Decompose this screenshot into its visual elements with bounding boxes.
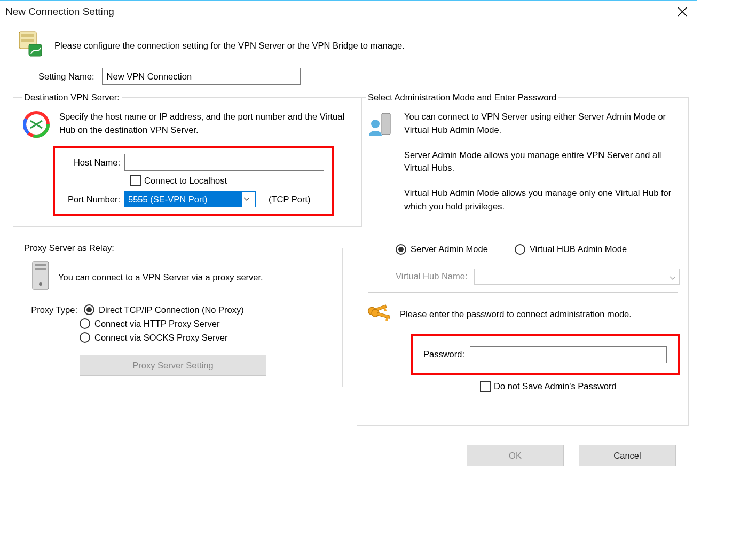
host-name-input[interactable] — [124, 154, 324, 171]
server-box-icon — [15, 29, 45, 61]
proxy-desc: You can connect to a VPN Server via a pr… — [58, 271, 263, 284]
destination-legend: Destination VPN Server: — [22, 92, 122, 103]
admin-legend: Select Administration Mode and Enter Pas… — [366, 92, 558, 103]
svg-rect-10 — [35, 264, 46, 266]
setting-name-input[interactable] — [102, 68, 301, 85]
localhost-checkbox[interactable] — [130, 175, 141, 186]
dialog-window: New Connection Setting Please configure … — [0, 0, 697, 474]
destination-highlight: Host Name: Connect to Localhost Port Num… — [53, 146, 334, 216]
vhub-name-select[interactable] — [474, 269, 680, 285]
vhub-admin-radio[interactable] — [515, 244, 525, 255]
localhost-label: Connect to Localhost — [144, 176, 227, 186]
close-button[interactable] — [672, 3, 693, 20]
vpn-color-icon — [22, 110, 51, 141]
server-admin-label: Server Admin Mode — [411, 244, 488, 254]
admin-desc-2: Server Admin Mode allows you manage enti… — [404, 148, 680, 175]
svg-rect-19 — [377, 312, 390, 318]
admin-desc-1: You can connect to VPN Server using eith… — [404, 110, 680, 137]
window-title: New Connection Setting — [5, 6, 114, 18]
admin-desc-3: Virtual Hub Admin Mode allows you manage… — [404, 186, 680, 213]
svg-rect-3 — [21, 34, 34, 37]
svg-rect-20 — [385, 317, 388, 321]
tcp-port-label: (TCP Port) — [269, 194, 311, 205]
pc-tower-icon — [32, 261, 50, 294]
password-label: Password: — [423, 349, 464, 359]
svg-point-14 — [371, 120, 380, 128]
intro-row: Please configure the connection setting … — [0, 23, 697, 66]
proxy-socks-label: Connect via SOCKS Proxy Server — [94, 333, 227, 343]
port-number-label: Port Number: — [62, 194, 124, 205]
destination-fieldset: Destination VPN Server: Specify the host… — [13, 92, 362, 227]
proxy-http-label: Connect via HTTP Proxy Server — [94, 319, 219, 329]
setting-name-row: Setting Name: — [38, 68, 697, 85]
close-icon — [678, 7, 687, 17]
vhub-admin-label: Virtual HUB Admin Mode — [530, 244, 627, 254]
dont-save-password-checkbox[interactable] — [480, 381, 491, 392]
proxy-direct-label: Direct TCP/IP Connection (No Proxy) — [99, 305, 244, 315]
proxy-server-setting-button[interactable]: Proxy Server Setting — [80, 355, 266, 376]
destination-desc: Specify the host name or IP address, and… — [59, 110, 353, 137]
port-number-value: 5555 (SE-VPN Port) — [128, 194, 208, 205]
password-prompt: Please enter the password to connect adm… — [400, 309, 632, 319]
proxy-http-radio[interactable] — [80, 318, 90, 329]
proxy-legend: Proxy Server as Relay: — [22, 243, 116, 253]
svg-rect-11 — [35, 268, 46, 270]
dont-save-password-label: Do not Save Admin's Password — [494, 381, 617, 391]
password-input[interactable] — [470, 346, 667, 363]
cancel-button[interactable]: Cancel — [579, 445, 676, 466]
intro-text: Please configure the connection setting … — [54, 41, 405, 51]
port-number-select[interactable]: 5555 (SE-VPN Port) — [124, 191, 256, 207]
host-name-label: Host Name: — [62, 158, 124, 168]
server-admin-radio[interactable] — [396, 244, 406, 255]
user-server-icon — [366, 110, 396, 142]
password-highlight: Password: — [411, 334, 680, 375]
chevron-down-icon — [241, 194, 252, 204]
setting-name-label: Setting Name: — [38, 72, 94, 82]
vhub-name-label: Virtual Hub Name: — [396, 271, 468, 281]
svg-rect-4 — [21, 39, 34, 42]
svg-rect-17 — [383, 308, 387, 311]
admin-fieldset: Select Administration Mode and Enter Pas… — [357, 92, 689, 426]
svg-point-12 — [39, 282, 42, 286]
keys-icon — [366, 300, 392, 329]
proxy-fieldset: Proxy Server as Relay: You can connect t… — [13, 243, 343, 387]
chevron-down-icon — [670, 272, 676, 282]
proxy-type-label: Proxy Type: — [15, 305, 77, 315]
titlebar: New Connection Setting — [0, 1, 697, 23]
ok-button[interactable]: OK — [467, 445, 564, 466]
proxy-direct-radio[interactable] — [84, 304, 94, 315]
proxy-socks-radio[interactable] — [80, 332, 90, 343]
separator — [368, 292, 678, 293]
svg-rect-13 — [382, 113, 390, 135]
